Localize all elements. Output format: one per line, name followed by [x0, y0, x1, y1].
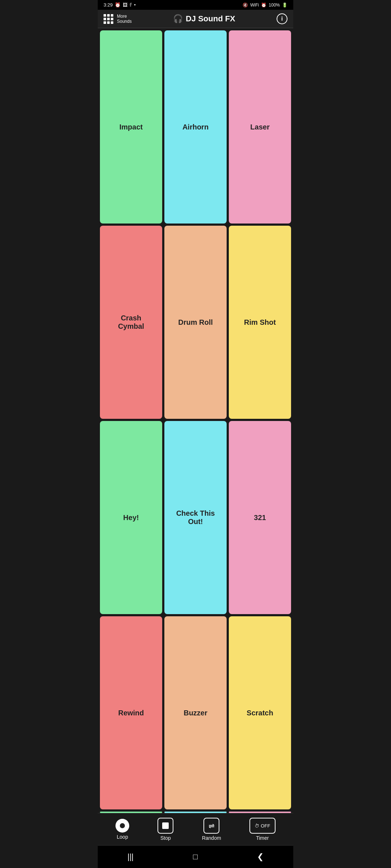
battery-icon: 🔋: [282, 3, 287, 8]
random-icon: ⇌: [203, 818, 219, 834]
timer-clock-icon: ⏱: [255, 823, 259, 829]
random-button[interactable]: ⇌ Random: [202, 818, 221, 841]
loop-icon: [115, 819, 129, 833]
sound-tile-9[interactable]: 321: [229, 421, 291, 614]
social-icon: 𝕗: [130, 2, 132, 8]
sound-tile-1[interactable]: Impact: [100, 30, 162, 224]
sound-tile-12[interactable]: Scratch: [229, 616, 291, 809]
stop-label: Stop: [160, 835, 171, 841]
photo-icon: 🖼: [123, 2, 127, 8]
info-button[interactable]: i: [277, 13, 287, 24]
time-display: 3:29: [104, 2, 113, 8]
alarm-icon: ⏰: [115, 2, 121, 8]
dot-icon: •: [134, 2, 136, 8]
headphones-icon: 🎧: [173, 14, 183, 24]
status-left: 3:29 ⏰ 🖼 𝕗 •: [104, 2, 136, 8]
stop-square: [162, 822, 169, 829]
sound-grid: ImpactAirhornLaserCrash CymbalDrum RollR…: [98, 28, 293, 812]
loop-icon-inner: [120, 823, 125, 828]
bottom-controls: Loop Stop ⇌ Random ⏱ OFF Timer: [98, 813, 293, 845]
sound-tile-7[interactable]: Hey!: [100, 421, 162, 614]
sound-tile-10[interactable]: Rewind: [100, 616, 162, 809]
sound-tile-5[interactable]: Drum Roll: [164, 226, 227, 419]
navigation-bar: ||| □ ❮: [98, 845, 293, 868]
wifi-icon: WiFi: [250, 3, 259, 8]
status-right: 🔇 WiFi ⏰ 100% 🔋: [243, 3, 287, 8]
random-label: Random: [202, 835, 221, 841]
loop-button[interactable]: Loop: [115, 819, 129, 840]
timer-button[interactable]: ⏱ OFF Timer: [249, 818, 276, 841]
stop-icon: [157, 818, 173, 834]
battery-display: 100%: [269, 3, 280, 8]
stop-button[interactable]: Stop: [157, 818, 173, 841]
sound-tile-3[interactable]: Laser: [229, 30, 291, 224]
status-bar: 3:29 ⏰ 🖼 𝕗 • 🔇 WiFi ⏰ 100% 🔋: [98, 0, 293, 10]
alarm2-icon: ⏰: [261, 3, 266, 8]
sound-tile-8[interactable]: Check This Out!: [164, 421, 227, 614]
nav-menu-button[interactable]: |||: [120, 850, 141, 864]
nav-back-button[interactable]: ❮: [250, 850, 271, 864]
app-header: More Sounds 🎧 DJ Sound FX i: [98, 10, 293, 28]
sound-tile-11[interactable]: Buzzer: [164, 616, 227, 809]
grid-icon: [104, 14, 113, 24]
loop-label: Loop: [117, 834, 128, 840]
sound-tile-2[interactable]: Airhorn: [164, 30, 227, 224]
nav-home-button[interactable]: □: [186, 850, 205, 864]
timer-state: OFF: [261, 823, 270, 829]
timer-icon: ⏱ OFF: [249, 818, 276, 834]
app-title: 🎧 DJ Sound FX: [173, 14, 235, 24]
mute-icon: 🔇: [243, 3, 248, 8]
more-sounds-label: More Sounds: [117, 14, 132, 24]
more-sounds-button[interactable]: More Sounds: [104, 14, 132, 24]
timer-label: Timer: [256, 835, 269, 841]
sound-tile-4[interactable]: Crash Cymbal: [100, 226, 162, 419]
sound-tile-6[interactable]: Rim Shot: [229, 226, 291, 419]
app-title-text: DJ Sound FX: [186, 14, 235, 24]
